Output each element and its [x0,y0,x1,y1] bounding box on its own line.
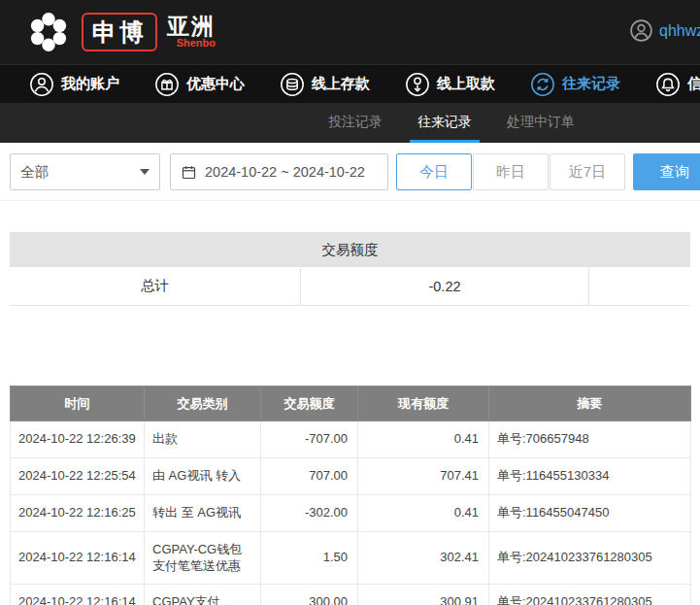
table-row: 2024-10-22 12:16:14 CGPAY支付 300.00 300.9… [11,585,691,605]
cell-type: 出款 [145,421,261,458]
cell-amount: -707.00 [261,421,358,458]
chevron-down-icon [140,169,150,175]
cell-balance: 0.41 [358,421,489,458]
brand-region: 亚洲 [167,15,216,38]
nav-item-messages[interactable]: 信息 [655,72,700,97]
nav-label: 线上存款 [312,75,370,93]
nav-item-records[interactable]: 往来记录 [530,72,620,97]
cell-balance: 707.41 [358,457,489,494]
cell-time: 2024-10-22 12:16:14 [11,585,145,605]
nav-item-account[interactable]: 我的账户 [29,72,119,97]
category-select-value: 全部 [20,163,49,182]
last7days-button[interactable]: 近7日 [550,153,625,190]
table-row: 2024-10-22 12:26:39 出款 -707.00 0.41 单号:7… [11,421,691,458]
table-row: 2024-10-22 12:25:54 由 AG视讯 转入 707.00 707… [11,457,691,494]
cell-memo: 单号:116455047450 [489,494,691,531]
nav-label: 信息 [687,75,700,93]
top-header: 申博 亚洲 Shenbo qhhwz [0,0,700,64]
nav-label: 往来记录 [562,75,620,93]
summary-total-row: 总计 -0.22 [10,267,690,306]
cell-balance: 0.41 [358,494,489,531]
bell-icon [655,72,681,97]
cell-amount: 300.00 [261,585,358,605]
cell-time: 2024-10-22 12:16:25 [11,494,145,531]
cell-memo: 单号:202410233761280305 [489,585,691,605]
withdraw-icon [405,72,430,97]
tab-bet-records[interactable]: 投注记录 [320,103,390,143]
date-range-input[interactable]: 2024-10-22 ~ 2024-10-22 [170,153,388,190]
col-type: 交易类别 [145,387,261,421]
transfer-records-icon [530,72,555,97]
flower-logo-icon [25,9,72,55]
filter-bar: 全部 2024-10-22 ~ 2024-10-22 今日 昨日 近7日 查询 [0,143,700,201]
brand-name-en: Shenbo [177,38,216,50]
cell-time: 2024-10-22 12:16:14 [11,531,145,585]
deposit-icon [280,72,305,97]
today-button[interactable]: 今日 [396,153,472,190]
cell-type: 转出 至 AG视讯 [145,494,261,531]
user-icon [29,72,54,97]
cell-time: 2024-10-22 12:26:39 [11,421,145,458]
cell-time: 2024-10-22 12:25:54 [11,457,145,494]
brand-logo[interactable]: 申博 亚洲 Shenbo [25,9,216,55]
col-balance: 现有额度 [358,387,489,421]
nav-item-deposit[interactable]: 线上存款 [280,72,370,97]
records-table: 时间 交易类别 交易额度 现有额度 摘要 2024-10-22 12:26:39… [10,386,691,605]
summary-header: 交易额度 [10,232,690,267]
cell-amount: 707.00 [261,457,358,494]
table-row: 2024-10-22 12:16:25 转出 至 AG视讯 -302.00 0.… [11,494,691,531]
nav-item-withdrawal[interactable]: 线上取款 [405,72,495,97]
table-row: 2024-10-22 12:16:14 CGPAY-CG钱包支付笔笔送优惠 1.… [11,531,691,585]
tab-transaction-records[interactable]: 往来记录 [410,103,480,143]
cell-memo: 单号:202410233761280305 [489,531,691,585]
summary-empty-cell [589,267,690,305]
cell-memo: 单号:116455130334 [489,457,691,494]
col-amount: 交易额度 [261,387,358,421]
cell-type: CGPAY-CG钱包支付笔笔送优惠 [145,531,261,585]
nav-label: 优惠中心 [186,75,245,93]
summary-table: 交易额度 总计 -0.22 [10,232,690,306]
brand-name-cn: 申博 [82,13,157,52]
page: 申博 亚洲 Shenbo qhhwz 我的账户 [0,0,700,605]
cell-type: 由 AG视讯 转入 [145,457,261,494]
category-select[interactable]: 全部 [10,153,160,190]
user-menu[interactable]: qhhwz [629,18,700,43]
col-memo: 摘要 [489,387,691,421]
calendar-icon [181,164,197,181]
col-time: 时间 [11,387,145,421]
cell-balance: 300.91 [358,585,489,605]
cell-type: CGPAY支付 [145,585,261,605]
nav-item-promotions[interactable]: 优惠中心 [154,72,245,97]
search-button[interactable]: 查询 [633,153,700,190]
summary-total-label: 总计 [10,267,301,305]
records-tabs: 投注记录 往来记录 处理中订单 [0,103,700,143]
records-table-section: 时间 交易类别 交易额度 现有额度 摘要 2024-10-22 12:26:39… [10,386,690,605]
user-avatar-icon [629,18,653,43]
tab-pending-orders[interactable]: 处理中订单 [499,103,583,143]
main-nav: 我的账户 优惠中心 线上存款 线上取款 [0,64,700,103]
table-header-row: 时间 交易类别 交易额度 现有额度 摘要 [11,387,691,421]
gift-icon [154,72,180,97]
summary-total-value: -0.22 [301,267,589,305]
username: qhhwz [659,22,700,40]
cell-amount: 1.50 [261,531,358,585]
cell-memo: 单号:706657948 [489,421,691,458]
date-range-value: 2024-10-22 ~ 2024-10-22 [205,164,365,180]
yesterday-button[interactable]: 昨日 [473,153,549,190]
cell-balance: 302.41 [358,531,489,585]
nav-label: 线上取款 [437,75,495,93]
cell-amount: -302.00 [261,494,358,531]
nav-label: 我的账户 [61,75,119,93]
